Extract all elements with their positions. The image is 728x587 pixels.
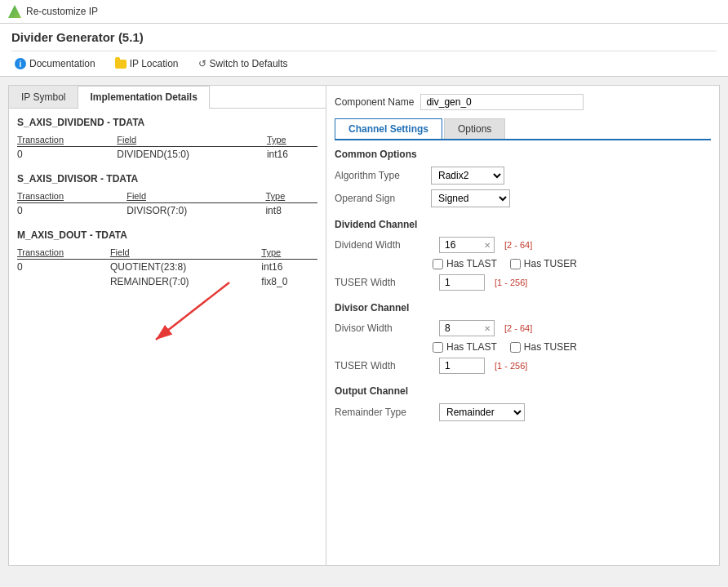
- dividend-transaction-0: 0: [17, 147, 117, 162]
- operand-sign-row: Operand Sign Signed Unsigned: [335, 189, 711, 207]
- app-icon: [8, 5, 21, 18]
- dividend-has-tuser-label[interactable]: Has TUSER: [510, 258, 577, 269]
- dout-transaction-1: [17, 274, 110, 289]
- table-row: 0 QUOTIENT(23:8) int16: [17, 260, 317, 275]
- dividend-has-tlast-checkbox[interactable]: [433, 259, 443, 269]
- divisor-tuser-width-row: TUSER Width [1 - 256]: [335, 358, 711, 374]
- dividend-table: Transaction Field Type 0 DIVIDEND(15:0) …: [17, 133, 317, 162]
- divisor-width-range: [2 - 64]: [504, 323, 532, 333]
- operand-sign-label: Operand Sign: [335, 193, 424, 204]
- dout-table: Transaction Field Type 0 QUOTIENT(23:8) …: [17, 246, 317, 289]
- divisor-channel-title: Divisor Channel: [335, 302, 711, 314]
- divisor-type-0: int8: [265, 203, 317, 219]
- col-type-2: Type: [265, 189, 317, 203]
- remainder-type-label: Remainder Type: [335, 407, 433, 418]
- divisor-width-row: Divisor Width ✕ [2 - 64]: [335, 320, 711, 336]
- content: IP Symbol Implementation Details S_AXIS_…: [0, 77, 728, 574]
- info-icon: i: [15, 58, 26, 69]
- dout-type-1: fix8_0: [261, 274, 317, 289]
- table-row: 0 DIVISOR(7:0) int8: [17, 203, 317, 219]
- dividend-type-0: int16: [267, 147, 317, 162]
- tab-options[interactable]: Options: [444, 118, 505, 139]
- title-bar-label: Re-customize IP: [26, 6, 98, 17]
- divisor-tuser-range: [1 - 256]: [495, 361, 527, 371]
- dividend-channel-section: Dividend Channel Dividend Width ✕ [2 - 6…: [335, 219, 711, 291]
- common-options-title: Common Options: [335, 149, 711, 160]
- divisor-width-clear[interactable]: ✕: [482, 324, 492, 333]
- page-title: Divider Generator (5.1): [11, 30, 717, 51]
- remainder-type-row: Remainder Type Remainder Fractional None: [335, 403, 711, 421]
- algorithm-type-label: Algorithm Type: [335, 170, 424, 181]
- refresh-icon: ↺: [198, 58, 206, 69]
- dout-field-0: QUOTIENT(23:8): [110, 260, 261, 275]
- dividend-width-clear[interactable]: ✕: [482, 241, 492, 250]
- divisor-has-tlast-checkbox[interactable]: [433, 342, 443, 353]
- annotation-arrow: [131, 278, 237, 352]
- right-tabs: Channel Settings Options: [335, 118, 711, 140]
- divisor-has-tuser-checkbox[interactable]: [510, 342, 521, 353]
- component-name-input[interactable]: [420, 94, 584, 110]
- divisor-tuser-width-label: TUSER Width: [335, 360, 433, 371]
- left-panel: IP Symbol Implementation Details S_AXIS_…: [8, 85, 326, 566]
- output-channel-section: Output Channel Remainder Type Remainder …: [335, 385, 711, 421]
- component-name-label: Component Name: [335, 96, 414, 108]
- dividend-tuser-range: [1 - 256]: [495, 278, 527, 287]
- divisor-has-tuser-label[interactable]: Has TUSER: [510, 341, 577, 353]
- documentation-button[interactable]: i Documentation: [11, 56, 99, 71]
- dividend-width-input-container: ✕: [439, 237, 495, 253]
- component-name-row: Component Name: [335, 94, 711, 110]
- settings-content: Common Options Algorithm Type Radix2 LUT…: [335, 149, 711, 557]
- dividend-has-tuser-checkbox[interactable]: [510, 259, 521, 269]
- col-type-1: Type: [267, 133, 317, 147]
- divisor-transaction-0: 0: [17, 203, 127, 219]
- section-dividend-title: S_AXIS_DIVIDEND - TDATA: [17, 117, 317, 128]
- section-divisor: S_AXIS_DIVISOR - TDATA Transaction Field…: [17, 173, 317, 218]
- dividend-channel-title: Dividend Channel: [335, 219, 711, 230]
- divisor-field-0: DIVISOR(7:0): [127, 203, 265, 219]
- impl-content: S_AXIS_DIVIDEND - TDATA Transaction Fiel…: [9, 109, 326, 565]
- tab-ip-symbol[interactable]: IP Symbol: [9, 86, 78, 108]
- tab-bar: IP Symbol Implementation Details: [9, 86, 326, 109]
- divisor-width-label: Divisor Width: [335, 322, 433, 334]
- col-type-3: Type: [261, 246, 317, 260]
- divisor-has-tlast-label[interactable]: Has TLAST: [433, 341, 497, 353]
- ip-location-button[interactable]: IP Location: [112, 56, 182, 71]
- col-field-2: Field: [127, 189, 265, 203]
- remainder-type-select[interactable]: Remainder Fractional None: [439, 403, 525, 421]
- divisor-tuser-width-input[interactable]: [442, 358, 482, 373]
- col-transaction-2: Transaction: [17, 189, 127, 203]
- dout-field-1: REMAINDER(7:0): [110, 274, 261, 289]
- divisor-channel-section: Divisor Channel Divisor Width ✕ [2 - 64]…: [335, 302, 711, 374]
- tab-implementation-details[interactable]: Implementation Details: [78, 86, 209, 109]
- main-header: Divider Generator (5.1) i Documentation …: [0, 24, 728, 77]
- toolbar: i Documentation IP Location ↺ Switch to …: [11, 51, 717, 76]
- dividend-field-0: DIVIDEND(15:0): [117, 147, 267, 162]
- dividend-tuser-width-label: TUSER Width: [335, 277, 433, 288]
- dividend-width-label: Dividend Width: [335, 239, 433, 251]
- output-channel-title: Output Channel: [335, 385, 711, 397]
- svg-line-1: [156, 282, 229, 340]
- dividend-width-input[interactable]: [442, 238, 482, 252]
- switch-to-defaults-button[interactable]: ↺ Switch to Defaults: [195, 56, 291, 71]
- dividend-has-tlast-label[interactable]: Has TLAST: [433, 258, 497, 269]
- folder-icon: [115, 60, 127, 69]
- col-transaction-3: Transaction: [17, 246, 110, 260]
- right-panel: Component Name Channel Settings Options …: [326, 85, 720, 566]
- dividend-tuser-width-row: TUSER Width [1 - 256]: [335, 274, 711, 291]
- col-transaction-1: Transaction: [17, 133, 117, 147]
- algorithm-type-row: Algorithm Type Radix2 LUT: [335, 167, 711, 185]
- dividend-tuser-width-input[interactable]: [442, 275, 482, 290]
- divisor-table: Transaction Field Type 0 DIVISOR(7:0) in…: [17, 189, 317, 218]
- divisor-width-input[interactable]: [442, 321, 482, 336]
- divisor-tuser-input-container: [439, 358, 485, 374]
- title-bar: Re-customize IP: [0, 0, 728, 24]
- dividend-checkbox-row: Has TLAST Has TUSER: [433, 258, 711, 269]
- divisor-checkbox-row: Has TLAST Has TUSER: [433, 341, 711, 353]
- tab-channel-settings[interactable]: Channel Settings: [335, 118, 442, 139]
- algorithm-type-select[interactable]: Radix2 LUT: [431, 167, 504, 185]
- dividend-tuser-input-container: [439, 274, 485, 291]
- dividend-width-row: Dividend Width ✕ [2 - 64]: [335, 237, 711, 253]
- divisor-width-input-container: ✕: [439, 320, 495, 336]
- common-options-section: Common Options Algorithm Type Radix2 LUT…: [335, 149, 711, 207]
- operand-sign-select[interactable]: Signed Unsigned: [431, 189, 510, 207]
